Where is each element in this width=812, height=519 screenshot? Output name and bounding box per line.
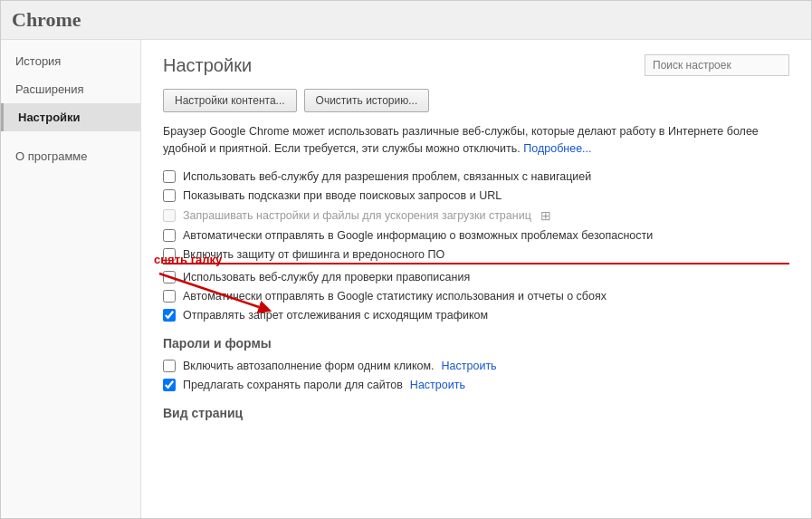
- sidebar-divider: [1, 131, 140, 142]
- checkbox-save-passwords: Предлагать сохранять пароли для сайтов Н…: [163, 379, 789, 391]
- checkbox-security-label: Автоматически отправлять в Google информ…: [183, 229, 653, 242]
- checkbox-security: Автоматически отправлять в Google информ…: [163, 229, 789, 242]
- checkbox-autofill: Включить автозаполнение форм одним клико…: [163, 360, 789, 372]
- sidebar-item-settings[interactable]: Настройки: [1, 103, 140, 131]
- autofill-link[interactable]: Настроить: [442, 360, 497, 372]
- section-passwords-title: Пароли и формы: [163, 336, 789, 351]
- checkbox-preload-label: Запрашивать настройки и файлы для ускоре…: [183, 209, 531, 222]
- sidebar-item-extensions[interactable]: Расширения: [1, 75, 140, 103]
- checkbox-hints-label: Показывать подсказки при вводе поисковых…: [183, 189, 502, 202]
- checkbox-nav-input[interactable]: [163, 170, 176, 183]
- content-settings-button[interactable]: Настройки контента...: [163, 89, 297, 112]
- page-title: Настройки: [163, 55, 252, 76]
- checkbox-preload: Запрашивать настройки и файлы для ускоре…: [163, 208, 789, 223]
- checkbox-autofill-label: Включить автозаполнение форм одним клико…: [183, 360, 435, 372]
- checkbox-phishing: Включить защиту от фишинга и вредоносног…: [163, 248, 789, 264]
- sidebar: История Расширения Настройки О программе: [1, 40, 141, 518]
- checkbox-nav-label: Использовать веб-службу для разрешения п…: [183, 170, 591, 183]
- checkbox-preload-input: [163, 209, 176, 222]
- checkbox-stats: Автоматически отправлять в Google статис…: [163, 290, 789, 303]
- checkbox-phishing-label: Включить защиту от фишинга и вредоносног…: [183, 248, 444, 261]
- buttons-row: Настройки контента... Очистить историю..…: [163, 89, 789, 112]
- main-layout: История Расширения Настройки О программе…: [1, 40, 811, 518]
- app-container: Chrome История Расширения Настройки О пр…: [0, 0, 812, 519]
- app-title: Chrome: [12, 8, 81, 32]
- description-link[interactable]: Подробнее...: [523, 142, 591, 155]
- top-bar: Chrome: [1, 1, 811, 40]
- checkbox-dnt-input[interactable]: [163, 309, 176, 322]
- puzzle-icon: ⊞: [540, 208, 551, 223]
- checkbox-hints: Показывать подсказки при вводе поисковых…: [163, 189, 789, 202]
- content-header: Настройки: [163, 54, 789, 76]
- save-passwords-link[interactable]: Настроить: [410, 379, 465, 391]
- checkbox-phishing-input[interactable]: [163, 248, 176, 261]
- checkbox-spelling-input[interactable]: [163, 271, 176, 284]
- checkbox-save-passwords-input[interactable]: [163, 379, 176, 391]
- section-pageview-title: Вид страниц: [163, 406, 789, 420]
- checkbox-nav: Использовать веб-службу для разрешения п…: [163, 170, 789, 183]
- clear-history-button[interactable]: Очистить историю...: [304, 89, 430, 112]
- description-text: Браузер Google Chrome может использовать…: [163, 123, 789, 158]
- checkbox-save-passwords-label: Предлагать сохранять пароли для сайтов: [183, 379, 403, 391]
- sidebar-item-history[interactable]: История: [1, 47, 140, 75]
- checkbox-autofill-input[interactable]: [163, 360, 176, 372]
- checkbox-stats-input[interactable]: [163, 290, 176, 303]
- checkbox-dnt-label: Отправлять запрет отслеживания с исходящ…: [183, 309, 488, 322]
- checkbox-hints-input[interactable]: [163, 189, 176, 202]
- description-body: Браузер Google Chrome может использовать…: [163, 125, 759, 155]
- checkbox-spelling: Использовать веб-службу для проверки пра…: [163, 271, 789, 284]
- checkbox-spelling-label: Использовать веб-службу для проверки пра…: [183, 271, 470, 284]
- checkbox-stats-label: Автоматически отправлять в Google статис…: [183, 290, 607, 303]
- search-input[interactable]: [645, 54, 789, 76]
- sidebar-item-about[interactable]: О программе: [1, 142, 140, 170]
- checkbox-security-input[interactable]: [163, 229, 176, 242]
- checkbox-dnt: Отправлять запрет отслеживания с исходящ…: [163, 309, 789, 322]
- content-area: Настройки Настройки контента... Очистить…: [141, 40, 811, 518]
